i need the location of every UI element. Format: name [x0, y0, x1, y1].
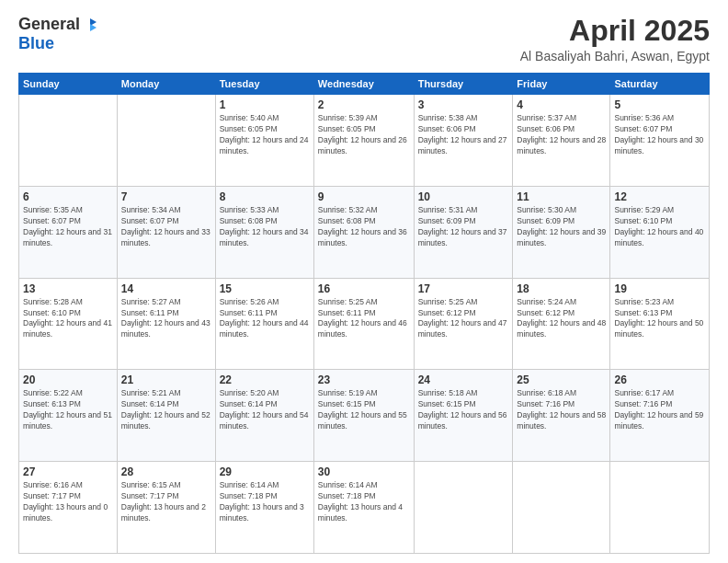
col-sunday: Sunday [19, 74, 118, 95]
day-info: Sunrise: 5:25 AMSunset: 6:11 PMDaylight:… [318, 297, 410, 341]
day-number: 29 [220, 465, 310, 478]
day-number: 12 [614, 190, 705, 203]
table-row: 7Sunrise: 5:34 AMSunset: 6:07 PMDaylight… [117, 186, 215, 278]
day-info: Sunrise: 5:18 AMSunset: 6:15 PMDaylight:… [418, 388, 509, 432]
calendar-week-2: 6Sunrise: 5:35 AMSunset: 6:07 PMDaylight… [19, 186, 710, 278]
day-info: Sunrise: 6:16 AMSunset: 7:17 PMDaylight:… [23, 480, 113, 524]
day-info: Sunrise: 5:35 AMSunset: 6:07 PMDaylight:… [23, 205, 113, 249]
day-info: Sunrise: 5:25 AMSunset: 6:12 PMDaylight:… [418, 297, 509, 341]
day-number: 3 [418, 98, 509, 111]
table-row: 10Sunrise: 5:31 AMSunset: 6:09 PMDayligh… [414, 186, 513, 278]
day-number: 4 [517, 98, 606, 111]
page: General Blue April 2025 Al Basaliyah Bah… [0, 0, 728, 563]
table-row: 6Sunrise: 5:35 AMSunset: 6:07 PMDaylight… [19, 186, 118, 278]
table-row [19, 95, 118, 187]
col-tuesday: Tuesday [215, 74, 313, 95]
table-row: 28Sunrise: 6:15 AMSunset: 7:17 PMDayligh… [117, 462, 215, 554]
table-row [610, 462, 710, 554]
table-row: 13Sunrise: 5:28 AMSunset: 6:10 PMDayligh… [19, 278, 118, 370]
table-row: 25Sunrise: 6:18 AMSunset: 7:16 PMDayligh… [513, 370, 610, 462]
day-info: Sunrise: 5:19 AMSunset: 6:15 PMDaylight:… [318, 388, 410, 432]
day-number: 16 [318, 282, 410, 295]
col-saturday: Saturday [610, 74, 710, 95]
day-number: 25 [517, 373, 606, 386]
day-info: Sunrise: 5:23 AMSunset: 6:13 PMDaylight:… [614, 297, 705, 341]
table-row: 22Sunrise: 5:20 AMSunset: 6:14 PMDayligh… [215, 370, 313, 462]
table-row: 16Sunrise: 5:25 AMSunset: 6:11 PMDayligh… [313, 278, 414, 370]
table-row: 1Sunrise: 5:40 AMSunset: 6:05 PMDaylight… [215, 95, 313, 187]
day-number: 19 [614, 282, 705, 295]
day-number: 18 [517, 282, 606, 295]
day-number: 10 [418, 190, 509, 203]
day-info: Sunrise: 5:27 AMSunset: 6:11 PMDaylight:… [121, 297, 211, 341]
day-info: Sunrise: 5:28 AMSunset: 6:10 PMDaylight:… [23, 297, 113, 341]
calendar-table: Sunday Monday Tuesday Wednesday Thursday… [18, 73, 710, 554]
day-number: 1 [220, 98, 310, 111]
table-row: 21Sunrise: 5:21 AMSunset: 6:14 PMDayligh… [117, 370, 215, 462]
svg-marker-1 [90, 24, 97, 31]
day-number: 17 [418, 282, 509, 295]
table-row: 9Sunrise: 5:32 AMSunset: 6:08 PMDaylight… [313, 186, 414, 278]
day-number: 24 [418, 373, 509, 386]
calendar-title: April 2025 [520, 15, 710, 47]
calendar-week-3: 13Sunrise: 5:28 AMSunset: 6:10 PMDayligh… [19, 278, 710, 370]
day-info: Sunrise: 5:24 AMSunset: 6:12 PMDaylight:… [517, 297, 606, 341]
day-number: 13 [23, 282, 113, 295]
table-row [414, 462, 513, 554]
calendar-week-5: 27Sunrise: 6:16 AMSunset: 7:17 PMDayligh… [19, 462, 710, 554]
day-number: 26 [614, 373, 705, 386]
day-number: 9 [318, 190, 410, 203]
day-info: Sunrise: 5:29 AMSunset: 6:10 PMDaylight:… [614, 205, 705, 249]
day-number: 7 [121, 190, 211, 203]
day-info: Sunrise: 5:33 AMSunset: 6:08 PMDaylight:… [220, 205, 310, 249]
table-row: 2Sunrise: 5:39 AMSunset: 6:05 PMDaylight… [313, 95, 414, 187]
table-row: 17Sunrise: 5:25 AMSunset: 6:12 PMDayligh… [414, 278, 513, 370]
table-row: 12Sunrise: 5:29 AMSunset: 6:10 PMDayligh… [610, 186, 710, 278]
day-info: Sunrise: 5:40 AMSunset: 6:05 PMDaylight:… [220, 113, 310, 157]
day-number: 14 [121, 282, 211, 295]
table-row: 27Sunrise: 6:16 AMSunset: 7:17 PMDayligh… [19, 462, 118, 554]
day-number: 6 [23, 190, 113, 203]
day-info: Sunrise: 5:26 AMSunset: 6:11 PMDaylight:… [220, 297, 310, 341]
table-row: 29Sunrise: 6:14 AMSunset: 7:18 PMDayligh… [215, 462, 313, 554]
table-row: 19Sunrise: 5:23 AMSunset: 6:13 PMDayligh… [610, 278, 710, 370]
table-row [513, 462, 610, 554]
day-info: Sunrise: 6:15 AMSunset: 7:17 PMDaylight:… [121, 480, 211, 524]
day-number: 28 [121, 465, 211, 478]
day-info: Sunrise: 6:18 AMSunset: 7:16 PMDaylight:… [517, 388, 606, 432]
day-info: Sunrise: 5:32 AMSunset: 6:08 PMDaylight:… [318, 205, 410, 249]
logo-flag-icon [82, 17, 98, 33]
calendar-header-row: Sunday Monday Tuesday Wednesday Thursday… [19, 74, 710, 95]
day-info: Sunrise: 6:14 AMSunset: 7:18 PMDaylight:… [220, 480, 310, 524]
table-row [117, 95, 215, 187]
day-number: 8 [220, 190, 310, 203]
col-friday: Friday [513, 74, 610, 95]
day-number: 23 [318, 373, 410, 386]
table-row: 20Sunrise: 5:22 AMSunset: 6:13 PMDayligh… [19, 370, 118, 462]
table-row: 4Sunrise: 5:37 AMSunset: 6:06 PMDaylight… [513, 95, 610, 187]
day-number: 22 [220, 373, 310, 386]
day-number: 15 [220, 282, 310, 295]
table-row: 26Sunrise: 6:17 AMSunset: 7:16 PMDayligh… [610, 370, 710, 462]
table-row: 5Sunrise: 5:36 AMSunset: 6:07 PMDaylight… [610, 95, 710, 187]
day-number: 5 [614, 98, 705, 111]
day-info: Sunrise: 5:39 AMSunset: 6:05 PMDaylight:… [318, 113, 410, 157]
col-wednesday: Wednesday [313, 74, 414, 95]
day-number: 20 [23, 373, 113, 386]
day-info: Sunrise: 5:20 AMSunset: 6:14 PMDaylight:… [220, 388, 310, 432]
col-monday: Monday [117, 74, 215, 95]
calendar-week-1: 1Sunrise: 5:40 AMSunset: 6:05 PMDaylight… [19, 95, 710, 187]
day-info: Sunrise: 5:22 AMSunset: 6:13 PMDaylight:… [23, 388, 113, 432]
table-row: 30Sunrise: 6:14 AMSunset: 7:18 PMDayligh… [313, 462, 414, 554]
logo-general-text: General [18, 15, 80, 34]
day-number: 21 [121, 373, 211, 386]
day-info: Sunrise: 6:17 AMSunset: 7:16 PMDaylight:… [614, 388, 705, 432]
table-row: 11Sunrise: 5:30 AMSunset: 6:09 PMDayligh… [513, 186, 610, 278]
col-thursday: Thursday [414, 74, 513, 95]
table-row: 18Sunrise: 5:24 AMSunset: 6:12 PMDayligh… [513, 278, 610, 370]
calendar-week-4: 20Sunrise: 5:22 AMSunset: 6:13 PMDayligh… [19, 370, 710, 462]
table-row: 8Sunrise: 5:33 AMSunset: 6:08 PMDaylight… [215, 186, 313, 278]
header: General Blue April 2025 Al Basaliyah Bah… [18, 15, 710, 63]
day-info: Sunrise: 5:38 AMSunset: 6:06 PMDaylight:… [418, 113, 509, 157]
day-info: Sunrise: 5:34 AMSunset: 6:07 PMDaylight:… [121, 205, 211, 249]
